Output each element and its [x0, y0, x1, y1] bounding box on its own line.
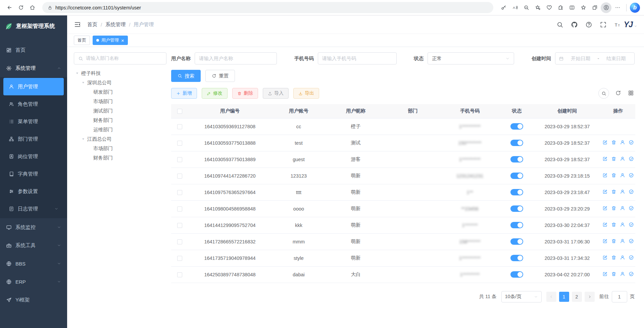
row-checkbox[interactable]: [177, 239, 182, 244]
row-reset-password-icon[interactable]: [620, 140, 625, 145]
status-toggle[interactable]: [510, 189, 523, 195]
tab-user[interactable]: 用户管理 ×: [93, 36, 128, 45]
department-search-input[interactable]: 请输入部门名称: [74, 52, 166, 64]
status-toggle[interactable]: [510, 156, 523, 162]
row-delete-icon[interactable]: [611, 205, 616, 211]
row-delete-icon[interactable]: [611, 222, 616, 227]
favorites-bar-icon[interactable]: [578, 2, 589, 13]
row-reset-password-icon[interactable]: [620, 271, 625, 277]
username-input[interactable]: 请输入用户名称: [195, 52, 277, 64]
status-toggle[interactable]: [510, 205, 523, 212]
browser-essentials-icon[interactable]: [544, 2, 554, 13]
sidebar-item-post[interactable]: 岗位管理: [3, 148, 64, 165]
split-screen-icon[interactable]: [566, 2, 577, 13]
reset-button[interactable]: 重置: [205, 70, 235, 82]
tab-home[interactable]: 首页: [74, 36, 90, 45]
row-edit-icon[interactable]: [602, 222, 608, 227]
row-assign-role-icon[interactable]: [629, 189, 634, 194]
row-edit-icon[interactable]: [602, 173, 608, 178]
help-icon[interactable]: [585, 21, 592, 28]
search-toggle-button[interactable]: [598, 88, 609, 99]
tree-node[interactable]: 财务部门: [74, 115, 166, 125]
row-checkbox[interactable]: [177, 272, 182, 277]
created-daterange[interactable]: 开始日期 - 结束日期: [555, 52, 635, 64]
row-delete-icon[interactable]: [611, 255, 616, 260]
search-button[interactable]: 搜索: [171, 70, 201, 82]
row-assign-role-icon[interactable]: [629, 238, 634, 244]
breadcrumb-item[interactable]: 系统管理: [105, 21, 126, 28]
tree-node[interactable]: 市场部门: [74, 97, 166, 106]
next-page-button[interactable]: [585, 292, 595, 302]
delete-button[interactable]: 删除: [232, 88, 258, 99]
menu-fold-icon[interactable]: [74, 21, 81, 28]
row-reset-password-icon[interactable]: [620, 255, 625, 260]
row-edit-icon[interactable]: [602, 238, 608, 244]
tree-node[interactable]: 橙子科技: [74, 68, 166, 78]
tree-node[interactable]: 深圳总公司: [74, 78, 166, 87]
row-checkbox[interactable]: [177, 223, 182, 228]
row-delete-icon[interactable]: [611, 238, 616, 244]
row-checkbox[interactable]: [177, 206, 182, 212]
sidebar-item-tools[interactable]: 系统工具: [0, 236, 67, 254]
extensions-icon[interactable]: [555, 2, 566, 13]
row-reset-password-icon[interactable]: [620, 238, 625, 244]
export-button[interactable]: 导出: [293, 88, 319, 99]
row-checkbox[interactable]: [177, 141, 182, 146]
more-options-icon[interactable]: [612, 2, 623, 13]
page-button-1[interactable]: 1: [559, 292, 569, 302]
row-assign-role-icon[interactable]: [629, 271, 634, 277]
sidebar-item-home[interactable]: 首页: [0, 41, 67, 59]
tree-node[interactable]: 研发部门: [74, 87, 166, 97]
goto-page-input[interactable]: 1: [612, 291, 627, 302]
copilot-icon[interactable]: b: [630, 3, 640, 13]
status-toggle[interactable]: [510, 140, 523, 146]
sidebar-item-monitor[interactable]: 系统监控: [0, 218, 67, 236]
tree-node[interactable]: 市场部门: [74, 144, 166, 153]
status-toggle[interactable]: [510, 222, 523, 228]
row-edit-icon[interactable]: [602, 140, 608, 145]
tree-node[interactable]: 财务部门: [74, 153, 166, 162]
sidebar-item-menu[interactable]: 菜单管理: [3, 113, 64, 130]
font-size-icon[interactable]: TT: [614, 21, 621, 28]
row-reset-password-icon[interactable]: [620, 205, 625, 211]
breadcrumb-item[interactable]: 首页: [87, 21, 97, 28]
sidebar-item-dept[interactable]: 部门管理: [3, 130, 64, 148]
github-icon[interactable]: [571, 21, 578, 28]
address-bar[interactable]: https://ccnetcore.com:1101/system/user: [42, 2, 493, 13]
status-toggle[interactable]: [510, 123, 523, 130]
row-assign-role-icon[interactable]: [629, 205, 634, 211]
sidebar-item-param[interactable]: 参数设置: [3, 183, 64, 200]
row-edit-icon[interactable]: [602, 189, 608, 194]
row-delete-icon[interactable]: [611, 271, 616, 277]
row-reset-password-icon[interactable]: [620, 189, 625, 194]
row-edit-icon[interactable]: [602, 255, 608, 260]
back-icon[interactable]: [4, 2, 15, 13]
prev-page-button[interactable]: [546, 292, 556, 302]
select-all-checkbox[interactable]: [177, 109, 182, 114]
status-toggle[interactable]: [510, 271, 523, 278]
browser-home-icon[interactable]: [27, 2, 38, 13]
user-menu[interactable]: YJ: [624, 21, 637, 29]
sidebar-item-dict[interactable]: 字典管理: [3, 165, 64, 183]
status-toggle[interactable]: [510, 255, 523, 261]
tree-node[interactable]: 运维部门: [74, 125, 166, 134]
sidebar-item-user[interactable]: 用户管理: [3, 78, 64, 95]
sidebar-item-role[interactable]: 角色管理: [3, 95, 64, 113]
sidebar-item-bbs[interactable]: BBS: [0, 254, 67, 273]
row-reset-password-icon[interactable]: [620, 222, 625, 227]
edit-button[interactable]: 修改: [202, 88, 228, 99]
phone-input[interactable]: 请输入手机号码: [318, 52, 397, 64]
row-checkbox[interactable]: [177, 174, 182, 179]
row-checkbox[interactable]: [177, 190, 182, 195]
page-size-select[interactable]: 10条/页: [501, 291, 542, 302]
refresh-page-icon[interactable]: [15, 2, 26, 13]
status-select[interactable]: 正常: [428, 52, 514, 64]
row-delete-icon[interactable]: [611, 156, 616, 161]
row-checkbox[interactable]: [177, 124, 182, 129]
search-icon[interactable]: [556, 21, 563, 28]
zoom-out-icon[interactable]: [521, 2, 532, 13]
row-delete-icon[interactable]: [611, 140, 616, 145]
row-delete-icon[interactable]: [611, 173, 616, 178]
profile-avatar-icon[interactable]: [601, 2, 611, 13]
password-key-icon[interactable]: [498, 2, 509, 13]
